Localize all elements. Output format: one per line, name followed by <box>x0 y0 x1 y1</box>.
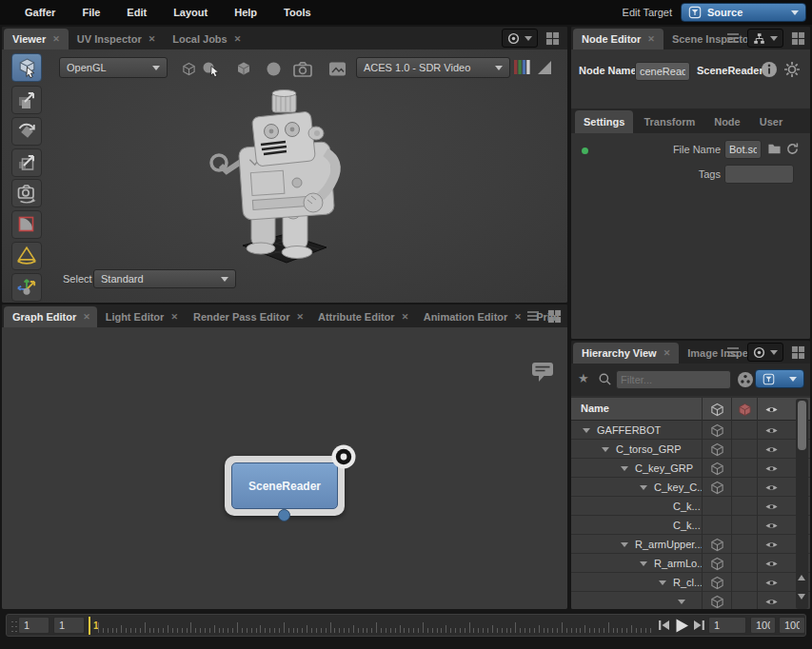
display-transform-dropdown[interactable]: ACES 1.0 - SDR Video <box>356 57 510 78</box>
render-visibility-cell[interactable] <box>731 573 757 592</box>
skip-to-end-button[interactable] <box>693 619 705 632</box>
scale-tool[interactable] <box>11 148 42 177</box>
scrollbar-thumb[interactable] <box>798 401 806 450</box>
tab-close-icon[interactable]: ✕ <box>296 312 304 322</box>
viewer-tab-viewer[interactable]: Viewer✕ <box>4 29 69 49</box>
geometry-cell[interactable] <box>702 440 731 459</box>
timeline-grip-handle[interactable] <box>10 620 17 633</box>
geometry-cell[interactable] <box>702 497 731 516</box>
tab-close-icon[interactable]: ✕ <box>647 34 655 44</box>
expand-arrow-icon[interactable] <box>640 485 647 490</box>
menu-gaffer[interactable]: Gaffer <box>11 0 69 25</box>
expansion-cube-icon[interactable] <box>231 57 256 80</box>
translate-tool[interactable] <box>11 86 42 114</box>
expand-arrow-icon[interactable] <box>621 542 628 547</box>
visibility-cell[interactable] <box>757 440 785 459</box>
tab-overflow-icon[interactable] <box>726 346 740 358</box>
channel-bars-icon[interactable] <box>513 58 531 76</box>
graph-tab-animation-editor[interactable]: Animation Editor✕ <box>415 306 527 327</box>
hierarchy-scrollbar[interactable] <box>796 399 808 609</box>
render-visibility-cell[interactable] <box>731 478 757 497</box>
tab-close-icon[interactable]: ✕ <box>149 34 156 44</box>
viewer-tab-local-jobs[interactable]: Local Jobs✕ <box>164 29 249 49</box>
playhead-marker[interactable] <box>89 617 90 635</box>
layout-grid-icon[interactable] <box>545 31 560 46</box>
subtab-settings[interactable]: Settings <box>575 110 633 133</box>
expand-arrow-icon[interactable] <box>659 580 666 585</box>
name-column-header[interactable]: Name <box>581 403 609 414</box>
edit-scope-dropdown[interactable] <box>755 369 804 388</box>
geometry-cell[interactable] <box>702 573 731 592</box>
hierarchy-row-c-k[interactable]: C_k... <box>571 516 810 535</box>
hierarchy-row[interactable] <box>571 592 810 609</box>
visibility-cell[interactable] <box>757 516 785 535</box>
node-editor-tab-node-editor[interactable]: Node Editor✕ <box>573 29 663 49</box>
hierarchy-row-c-k[interactable]: C_k... <box>571 497 810 516</box>
menu-help[interactable]: Help <box>221 0 270 25</box>
subtab-user[interactable]: User <box>751 110 791 133</box>
expand-arrow-icon[interactable] <box>640 561 647 566</box>
graph-tab-graph-editor[interactable]: Graph Editor✕ <box>4 306 97 327</box>
hierarchy-row-r-armupper[interactable]: R_armUpper... <box>571 535 810 554</box>
hierarchy-row-r-cl[interactable]: R_cl... <box>571 573 810 592</box>
graph-tab-light-editor[interactable]: Light Editor✕ <box>97 306 185 327</box>
tab-close-icon[interactable]: ✕ <box>402 312 409 322</box>
menu-layout[interactable]: Layout <box>160 0 221 25</box>
play-button[interactable] <box>674 618 690 634</box>
layout-grid-icon[interactable] <box>547 309 562 324</box>
hierarchy-tab-hierarchy-view[interactable]: Hierarchy View✕ <box>573 343 679 364</box>
info-icon[interactable] <box>761 61 778 78</box>
visibility-cell[interactable] <box>757 573 785 592</box>
expand-arrow-icon[interactable] <box>583 428 590 433</box>
timeline-range-start-field[interactable] <box>18 617 50 634</box>
bookmark-star-icon[interactable]: ★ <box>578 371 589 385</box>
graph-tab-attribute-editor[interactable]: Attribute Editor✕ <box>309 306 415 327</box>
geometry-cell[interactable] <box>702 535 731 554</box>
exposure-gamma-icon[interactable] <box>536 59 553 76</box>
timeline-ruler[interactable] <box>98 615 652 636</box>
edit-target-dropdown[interactable]: Source <box>681 3 806 22</box>
visibility-cell[interactable] <box>757 554 785 573</box>
tab-close-icon[interactable]: ✕ <box>663 348 671 358</box>
viewport[interactable]: OpenGL ACES 1.0 - SDR Video Select Stand… <box>2 49 567 303</box>
transform-gizmo-tool[interactable] <box>11 273 42 302</box>
timeline-current-field[interactable] <box>53 617 85 634</box>
graph-canvas[interactable]: SceneReader <box>2 327 567 609</box>
current-frame-field[interactable] <box>708 617 746 634</box>
tab-close-icon[interactable]: ✕ <box>170 312 178 322</box>
visibility-cell[interactable] <box>757 535 785 554</box>
geometry-column-header[interactable] <box>702 398 731 421</box>
playback-end-field[interactable] <box>779 617 805 634</box>
hierarchy-row-c-key-grp[interactable]: C_key_GRP <box>571 459 810 478</box>
set-membership-icon[interactable] <box>737 371 754 388</box>
menu-tools[interactable]: Tools <box>270 0 325 25</box>
render-visibility-cell[interactable] <box>731 535 757 554</box>
render-visibility-cell[interactable] <box>731 554 757 573</box>
expand-arrow-icon[interactable] <box>678 600 685 604</box>
crop-window-tool[interactable] <box>11 210 42 239</box>
scene-reader-node[interactable]: SceneReader <box>225 456 345 516</box>
scene-reader-node-body[interactable]: SceneReader <box>231 462 338 509</box>
hierarchy-row-c-torso-grp[interactable]: C_torso_GRP <box>571 440 810 459</box>
node-name-input[interactable] <box>635 62 690 81</box>
subtab-node[interactable]: Node <box>705 110 749 133</box>
render-visibility-cell[interactable] <box>731 440 757 459</box>
select-mode-dropdown[interactable]: Standard <box>93 269 236 288</box>
annotation-bubble-icon[interactable] <box>531 362 554 383</box>
tags-input[interactable] <box>724 165 794 184</box>
graph-tab-render-pass-editor[interactable]: Render Pass Editor✕ <box>185 306 309 327</box>
node-editor-follow-dropdown[interactable] <box>747 29 783 48</box>
visibility-cell[interactable] <box>757 478 785 497</box>
select-mode-icon[interactable] <box>198 57 223 80</box>
viewer-focus-dropdown[interactable] <box>502 29 538 48</box>
light-placement-tool[interactable] <box>11 242 42 270</box>
gear-icon[interactable] <box>783 61 801 78</box>
render-visibility-cell[interactable] <box>731 497 757 516</box>
visibility-cell[interactable] <box>757 592 785 609</box>
scene-gadget-icon[interactable] <box>325 57 349 80</box>
geometry-cell[interactable] <box>702 554 731 573</box>
geometry-cell[interactable] <box>702 421 731 440</box>
geometry-cell[interactable] <box>702 478 731 497</box>
skip-to-start-button[interactable] <box>658 619 670 632</box>
range-end-field[interactable] <box>750 617 776 634</box>
